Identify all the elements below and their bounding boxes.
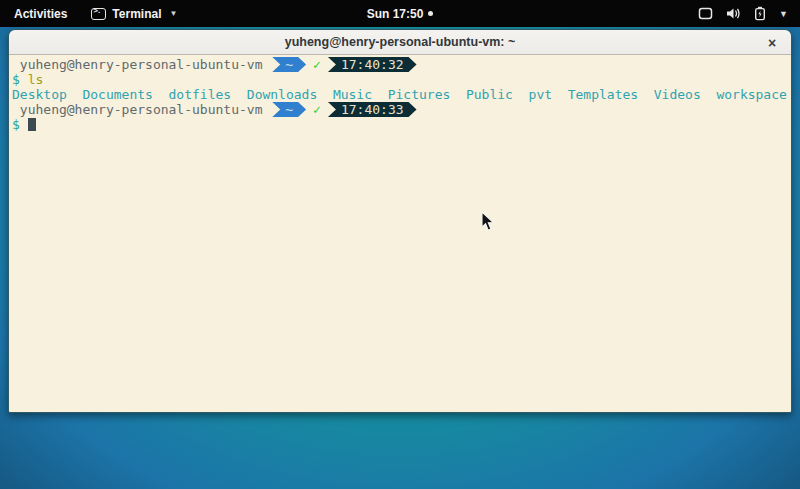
terminal-cursor: [28, 118, 36, 131]
terminal-line: $: [12, 117, 791, 132]
close-button[interactable]: ×: [761, 30, 783, 55]
system-status-area[interactable]: ▼: [698, 0, 800, 27]
prompt-user: yuheng@henry-personal-ubuntu-vm: [12, 57, 270, 72]
command-text: ls: [28, 72, 44, 87]
network-icon: [698, 7, 713, 20]
time-segment: 17:40:32: [328, 57, 417, 72]
window-titlebar[interactable]: yuheng@henry-personal-ubuntu-vm: ~ ×: [9, 30, 791, 55]
notification-dot-icon: [428, 11, 433, 16]
app-menu-label: Terminal: [112, 7, 161, 21]
terminal-app-icon: [91, 8, 106, 20]
prompt-user: yuheng@henry-personal-ubuntu-vm: [12, 102, 270, 117]
chevron-down-icon: ▼: [779, 9, 788, 19]
volume-icon: [726, 7, 741, 20]
battery-charging-icon: [754, 6, 766, 21]
time-segment: 17:40:33: [328, 102, 417, 117]
cwd-segment: ~: [272, 102, 306, 117]
ls-output: Desktop Documents dotfiles Downloads Mus…: [12, 87, 787, 102]
chevron-down-icon: ▼: [169, 9, 177, 18]
terminal-window: yuheng@henry-personal-ubuntu-vm: ~ × yuh…: [8, 29, 792, 413]
cwd-segment: ~: [272, 57, 306, 72]
terminal-line: yuheng@henry-personal-ubuntu-vm ~✓17:40:…: [12, 57, 791, 72]
prompt-symbol: $: [12, 117, 20, 132]
spacer: [20, 72, 28, 87]
status-check-icon: ✓: [306, 57, 328, 72]
terminal-line: yuheng@henry-personal-ubuntu-vm ~✓17:40:…: [12, 102, 791, 117]
app-menu-terminal[interactable]: Terminal ▼: [81, 0, 187, 27]
top-bar-left: Activities Terminal ▼: [0, 0, 187, 27]
prompt-symbol: $: [12, 72, 20, 87]
terminal-content[interactable]: yuheng@henry-personal-ubuntu-vm ~✓17:40:…: [9, 55, 791, 412]
status-check-icon: ✓: [306, 102, 328, 117]
spacer: [20, 117, 28, 132]
window-title: yuheng@henry-personal-ubuntu-vm: ~: [9, 35, 791, 49]
terminal-line: $ ls: [12, 72, 791, 87]
clock-label: Sun 17:50: [367, 7, 424, 21]
terminal-line: Desktop Documents dotfiles Downloads Mus…: [12, 87, 791, 102]
top-bar: Activities Terminal ▼ Sun 17:50: [0, 0, 800, 27]
activities-button[interactable]: Activities: [0, 0, 81, 27]
